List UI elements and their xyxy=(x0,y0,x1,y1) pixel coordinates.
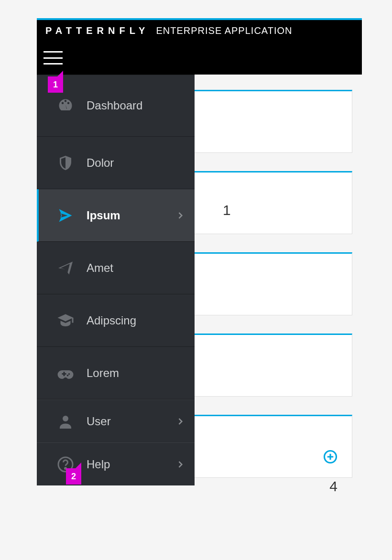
callout-number: 2 xyxy=(71,472,76,482)
sidebar-item-adipscing[interactable]: Adipscing xyxy=(37,294,195,347)
sidebar-nav: Dashboard Dolor Ipsum xyxy=(37,75,195,485)
paperplane-icon xyxy=(57,259,74,277)
dashboard-icon xyxy=(57,97,74,114)
plus-circle-icon[interactable] xyxy=(323,450,338,464)
graduation-icon xyxy=(57,312,74,329)
brand-name: PATTERNFLY xyxy=(45,25,149,36)
content-area: m net 1 cing em 4 xyxy=(37,75,362,553)
annotation-callout-1: 1 xyxy=(48,76,63,93)
shield-icon xyxy=(57,154,74,172)
gamepad-icon xyxy=(57,365,74,382)
chevron-right-icon xyxy=(175,460,185,469)
sidebar-item-dolor[interactable]: Dolor xyxy=(37,137,195,189)
sidebar-item-label: Amet xyxy=(87,261,113,275)
callout-number: 1 xyxy=(53,80,58,90)
sidebar-item-label: Ipsum xyxy=(87,209,120,222)
sidebar-item-label: Help xyxy=(87,458,110,471)
card-value: 4 xyxy=(329,478,338,495)
app-frame: PATTERNFLY ENTERPRISE APPLICATION m net … xyxy=(37,18,362,553)
plane-icon xyxy=(57,207,74,224)
menu-bar xyxy=(37,41,362,75)
sidebar-item-label: Dolor xyxy=(87,156,114,170)
sidebar-item-amet[interactable]: Amet xyxy=(37,242,195,294)
svg-point-1 xyxy=(63,416,68,421)
sidebar-item-help[interactable]: Help xyxy=(37,442,195,485)
sidebar-item-label: Adipscing xyxy=(87,314,136,327)
app-header: PATTERNFLY ENTERPRISE APPLICATION xyxy=(37,20,362,41)
sidebar-item-ipsum[interactable]: Ipsum xyxy=(37,189,195,242)
sidebar-item-label: User xyxy=(87,415,111,428)
hamburger-menu-button[interactable] xyxy=(44,51,63,65)
user-icon xyxy=(57,413,74,430)
app-subtitle: ENTERPRISE APPLICATION xyxy=(156,25,292,36)
annotation-callout-2: 2 xyxy=(66,468,81,485)
chevron-right-icon xyxy=(175,417,185,426)
sidebar-item-lorem[interactable]: Lorem xyxy=(37,347,195,399)
sidebar-item-label: Lorem xyxy=(87,366,119,380)
sidebar-item-user[interactable]: User xyxy=(37,399,195,442)
sidebar-item-label: Dashboard xyxy=(87,99,142,112)
chevron-right-icon xyxy=(175,211,185,220)
card-value: 1 xyxy=(223,202,231,218)
